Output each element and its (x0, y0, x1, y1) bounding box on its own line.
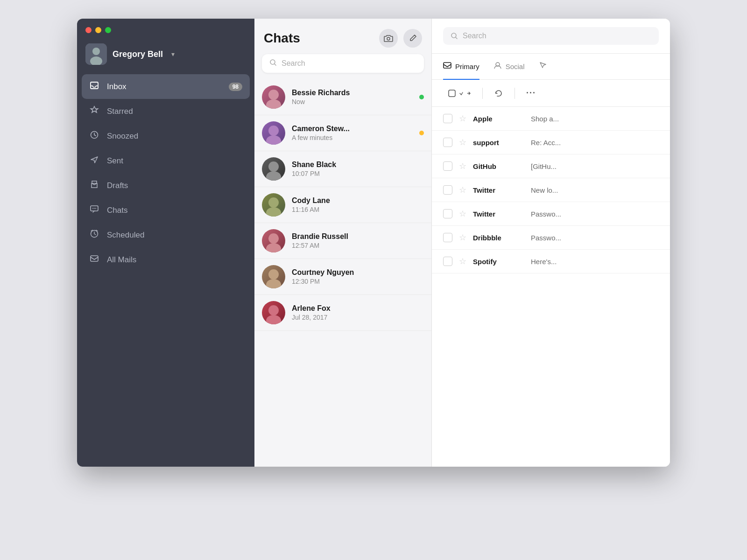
contact-name: Shane Black (292, 161, 424, 169)
star-button[interactable]: ☆ (459, 185, 466, 195)
list-item[interactable]: Cody Lane 11:16 AM (254, 187, 431, 223)
list-item[interactable]: Brandie Russell 12:57 AM (254, 223, 431, 259)
email-row[interactable]: ☆ support Re: Acc... (432, 131, 670, 154)
sidebar-item-sent[interactable]: Sent (82, 148, 250, 173)
chat-info: Arlene Fox Jul 28, 2017 (292, 304, 424, 321)
chats-icon (89, 204, 99, 216)
clock-icon (89, 130, 99, 142)
email-row[interactable]: ☆ Twitter New lo... (432, 178, 670, 202)
email-checkbox[interactable] (443, 114, 452, 123)
tab-primary[interactable]: Primary (443, 54, 479, 80)
list-item[interactable]: Cameron Stew... A few minutes (254, 115, 431, 151)
avatar (262, 193, 285, 217)
email-snippet: Re: Acc... (531, 139, 659, 147)
email-row[interactable]: ☆ Apple Shop a... (432, 107, 670, 131)
contact-time: Jul 28, 2017 (292, 314, 424, 321)
more-options-button[interactable]: ··· (521, 85, 541, 101)
sidebar-item-snoozed[interactable]: Snoozed (82, 124, 250, 148)
email-row[interactable]: ☆ Dribbble Passwo... (432, 226, 670, 250)
svg-point-26 (266, 315, 281, 324)
refresh-button[interactable] (489, 86, 508, 101)
sidebar-item-drafts[interactable]: Drafts (82, 173, 250, 198)
email-checkbox[interactable] (443, 185, 452, 195)
sidebar-item-label-chats: Chats (107, 206, 127, 215)
tab-social[interactable]: Social (493, 54, 525, 80)
sender-name: Spotify (473, 258, 524, 266)
avatar (262, 229, 285, 252)
select-all-button[interactable] (443, 86, 476, 100)
list-item[interactable]: Courtney Nguyen 12:30 PM (254, 259, 431, 295)
avatar (262, 157, 285, 181)
sent-icon (89, 155, 99, 167)
email-row[interactable]: ☆ Spotify Here's... (432, 250, 670, 273)
email-search-bar[interactable]: Search (443, 27, 659, 45)
email-list: ☆ Apple Shop a... ☆ support Re: Acc... ☆… (432, 107, 670, 467)
tabs-row: Primary Social (432, 54, 670, 80)
list-item[interactable]: Bessie Richards Now (254, 79, 431, 115)
svg-point-13 (268, 90, 279, 100)
star-button[interactable]: ☆ (459, 256, 466, 266)
sidebar-item-chats[interactable]: Chats (82, 198, 250, 223)
email-row[interactable]: ☆ Twitter Passwo... (432, 202, 670, 226)
sidebar-item-scheduled[interactable]: Scheduled (82, 223, 250, 247)
contact-name: Arlene Fox (292, 304, 424, 313)
email-checkbox[interactable] (443, 257, 452, 266)
star-button[interactable]: ☆ (459, 232, 466, 243)
email-snippet: Passwo... (531, 210, 659, 218)
app-window: Gregory Bell ▾ Inbox 98 Starred (77, 19, 670, 467)
list-item[interactable]: Shane Black 10:07 PM (254, 151, 431, 187)
email-row[interactable]: ☆ GitHub [GitHu... (432, 154, 670, 178)
sender-name: Apple (473, 115, 524, 123)
contact-time: 10:07 PM (292, 170, 424, 177)
tab-promotions[interactable] (539, 54, 547, 80)
chat-info: Cameron Stew... A few minutes (292, 125, 413, 141)
titlebar (77, 19, 254, 39)
email-toolbar: ··· (432, 80, 670, 107)
svg-point-23 (268, 269, 279, 280)
sidebar-item-label-snoozed: Snoozed (107, 132, 138, 141)
email-snippet: Here's... (531, 258, 659, 266)
email-checkbox[interactable] (443, 161, 452, 171)
user-section[interactable]: Gregory Bell ▾ (77, 39, 254, 74)
sidebar-item-starred[interactable]: Starred (82, 99, 250, 124)
chats-search-bar[interactable]: Search (262, 54, 424, 73)
maximize-button[interactable] (105, 27, 111, 33)
star-button[interactable]: ☆ (459, 161, 466, 171)
sidebar-item-inbox[interactable]: Inbox 98 (82, 74, 250, 99)
toolbar-separator-2 (514, 88, 515, 99)
email-checkbox[interactable] (443, 233, 452, 242)
list-item[interactable]: Arlene Fox Jul 28, 2017 (254, 295, 431, 331)
email-search-placeholder[interactable]: Search (463, 32, 486, 40)
minimize-button[interactable] (95, 27, 101, 33)
tab-primary-label: Primary (455, 63, 479, 70)
star-icon (89, 105, 99, 117)
close-button[interactable] (85, 27, 92, 33)
email-checkbox[interactable] (443, 209, 452, 218)
contact-name: Cody Lane (292, 196, 424, 205)
sender-name: Twitter (473, 210, 524, 218)
contact-time: A few minutes (292, 134, 413, 141)
email-panel: Search Primary Social (432, 19, 670, 467)
sidebar-item-all-mails[interactable]: All Mails (82, 247, 250, 272)
star-button[interactable]: ☆ (459, 137, 466, 147)
chats-search-input[interactable]: Search (282, 59, 305, 68)
promotions-tab-icon (539, 61, 547, 71)
inbox-badge: 98 (229, 83, 242, 91)
contact-time: 12:30 PM (292, 278, 424, 285)
email-checkbox[interactable] (443, 138, 452, 147)
sidebar-item-label-drafts: Drafts (107, 181, 128, 190)
sidebar-item-label-inbox: Inbox (107, 82, 127, 91)
chats-panel: Chats Search (254, 19, 432, 467)
compose-button[interactable] (403, 29, 422, 48)
chevron-down-icon: ▾ (171, 50, 175, 58)
search-icon (269, 59, 277, 68)
star-button[interactable]: ☆ (459, 113, 466, 124)
chat-info: Cody Lane 11:16 AM (292, 196, 424, 213)
avatar-initials (85, 43, 107, 65)
svg-point-18 (266, 171, 281, 181)
svg-point-14 (266, 99, 281, 109)
avatar (85, 43, 107, 65)
inbox-icon (89, 81, 99, 92)
star-button[interactable]: ☆ (459, 209, 466, 219)
camera-button[interactable] (379, 29, 398, 48)
